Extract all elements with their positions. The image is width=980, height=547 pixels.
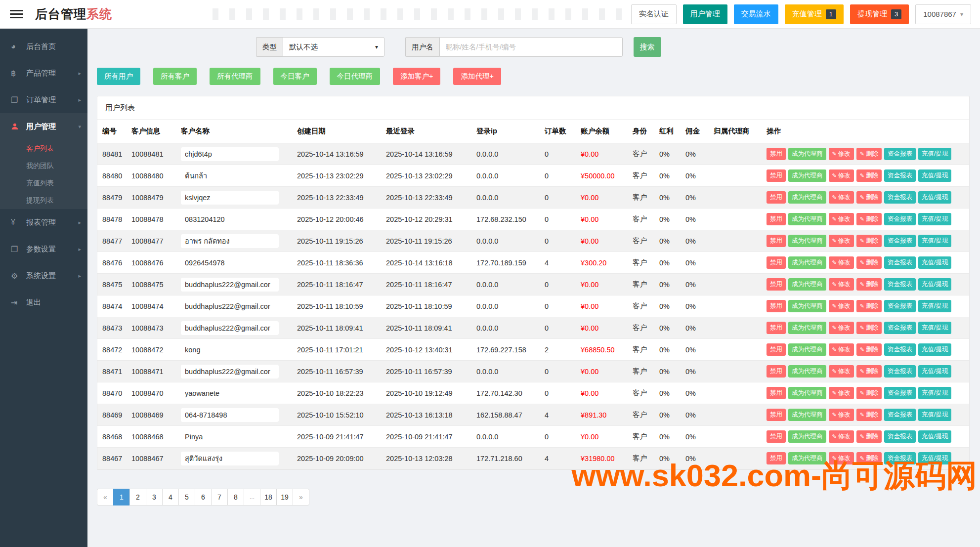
recharge-manage-button[interactable]: 充值管理1 xyxy=(785,4,844,24)
fund-report-button[interactable]: 资金报表 xyxy=(884,213,916,225)
sidebar-item-product[interactable]: ฿产品管理▸ xyxy=(0,60,87,86)
sidebar-subitem-recharge-list[interactable]: 充值列表 xyxy=(0,174,87,192)
delete-button[interactable]: ✎删除 xyxy=(856,235,882,247)
become-agent-button[interactable]: 成为代理商 xyxy=(788,409,826,421)
customer-name-input[interactable] xyxy=(181,343,279,357)
disable-button[interactable]: 禁用 xyxy=(767,191,786,204)
today-customers-button[interactable]: 今日客户 xyxy=(273,68,317,85)
disable-button[interactable]: 禁用 xyxy=(767,343,786,356)
sidebar-item-system[interactable]: ⚙系统设置▸ xyxy=(0,262,87,289)
become-agent-button[interactable]: 成为代理商 xyxy=(788,322,826,334)
become-agent-button[interactable]: 成为代理商 xyxy=(788,235,826,247)
realname-auth-button[interactable]: 实名认证 xyxy=(631,4,677,24)
fund-report-button[interactable]: 资金报表 xyxy=(884,452,916,464)
username-input[interactable] xyxy=(439,37,623,57)
disable-button[interactable]: 禁用 xyxy=(767,169,786,182)
delete-button[interactable]: ✎删除 xyxy=(856,213,882,225)
edit-button[interactable]: ✎修改 xyxy=(829,191,854,204)
edit-button[interactable]: ✎修改 xyxy=(829,409,854,421)
delete-button[interactable]: ✎删除 xyxy=(856,169,882,182)
disable-button[interactable]: 禁用 xyxy=(767,452,786,464)
customer-name-input[interactable] xyxy=(181,408,279,422)
page-ellipsis[interactable]: ... xyxy=(244,489,260,505)
account-dropdown[interactable]: 10087867▾ xyxy=(915,4,971,24)
fund-report-button[interactable]: 资金报表 xyxy=(884,256,916,269)
disable-button[interactable]: 禁用 xyxy=(767,256,786,269)
sidebar-item-report[interactable]: ¥报表管理▸ xyxy=(0,209,87,236)
recharge-withdraw-button[interactable]: 充值/提现 xyxy=(918,278,951,291)
sidebar-item-logout[interactable]: ⇥退出 xyxy=(0,289,87,316)
type-select[interactable]: 默认不选 ▾ xyxy=(283,37,384,57)
sidebar-subitem-my-team[interactable]: 我的团队 xyxy=(0,157,87,174)
become-agent-button[interactable]: 成为代理商 xyxy=(788,430,826,443)
disable-button[interactable]: 禁用 xyxy=(767,278,786,291)
customer-name-input[interactable] xyxy=(181,278,279,292)
fund-report-button[interactable]: 资金报表 xyxy=(884,365,916,378)
fund-report-button[interactable]: 资金报表 xyxy=(884,409,916,421)
recharge-withdraw-button[interactable]: 充值/提现 xyxy=(918,322,951,334)
recharge-withdraw-button[interactable]: 充值/提现 xyxy=(918,343,951,356)
page-button[interactable]: 8 xyxy=(227,489,244,505)
recharge-withdraw-button[interactable]: 充值/提现 xyxy=(918,430,951,443)
search-button[interactable]: 搜索 xyxy=(634,37,661,57)
page-prev[interactable]: « xyxy=(97,489,114,505)
fund-report-button[interactable]: 资金报表 xyxy=(884,278,916,291)
disable-button[interactable]: 禁用 xyxy=(767,213,786,225)
customer-name-input[interactable] xyxy=(181,299,279,313)
customer-name-input[interactable] xyxy=(181,191,279,205)
customer-name-input[interactable] xyxy=(181,452,279,465)
recharge-withdraw-button[interactable]: 充值/提现 xyxy=(918,387,951,399)
delete-button[interactable]: ✎删除 xyxy=(856,256,882,269)
recharge-withdraw-button[interactable]: 充值/提现 xyxy=(918,409,951,421)
delete-button[interactable]: ✎删除 xyxy=(856,322,882,334)
fund-report-button[interactable]: 资金报表 xyxy=(884,300,916,312)
delete-button[interactable]: ✎删除 xyxy=(856,278,882,291)
customer-name-input[interactable] xyxy=(181,234,279,248)
delete-button[interactable]: ✎删除 xyxy=(856,430,882,443)
edit-button[interactable]: ✎修改 xyxy=(829,322,854,334)
customer-name-input[interactable] xyxy=(181,212,279,226)
disable-button[interactable]: 禁用 xyxy=(767,300,786,312)
fund-report-button[interactable]: 资金报表 xyxy=(884,387,916,399)
edit-button[interactable]: ✎修改 xyxy=(829,387,854,399)
become-agent-button[interactable]: 成为代理商 xyxy=(788,256,826,269)
add-agent-button[interactable]: 添加代理+ xyxy=(453,68,501,85)
edit-button[interactable]: ✎修改 xyxy=(829,278,854,291)
recharge-withdraw-button[interactable]: 充值/提现 xyxy=(918,213,951,225)
delete-button[interactable]: ✎删除 xyxy=(856,343,882,356)
recharge-withdraw-button[interactable]: 充值/提现 xyxy=(918,191,951,204)
page-button[interactable]: 19 xyxy=(276,489,293,505)
disable-button[interactable]: 禁用 xyxy=(767,409,786,421)
all-customers-button[interactable]: 所有客户 xyxy=(153,68,197,85)
recharge-withdraw-button[interactable]: 充值/提现 xyxy=(918,452,951,464)
recharge-withdraw-button[interactable]: 充值/提现 xyxy=(918,148,951,160)
page-button[interactable]: 6 xyxy=(195,489,212,505)
disable-button[interactable]: 禁用 xyxy=(767,235,786,247)
trade-flow-button[interactable]: 交易流水 xyxy=(734,4,778,24)
delete-button[interactable]: ✎删除 xyxy=(856,452,882,464)
edit-button[interactable]: ✎修改 xyxy=(829,256,854,269)
customer-name-input[interactable] xyxy=(181,430,279,444)
menu-toggle-icon[interactable] xyxy=(10,8,23,20)
sidebar-subitem-withdraw-list[interactable]: 提现列表 xyxy=(0,192,87,209)
become-agent-button[interactable]: 成为代理商 xyxy=(788,365,826,378)
fund-report-button[interactable]: 资金报表 xyxy=(884,430,916,443)
become-agent-button[interactable]: 成为代理商 xyxy=(788,278,826,291)
become-agent-button[interactable]: 成为代理商 xyxy=(788,300,826,312)
disable-button[interactable]: 禁用 xyxy=(767,430,786,443)
become-agent-button[interactable]: 成为代理商 xyxy=(788,148,826,160)
today-agents-button[interactable]: 今日代理商 xyxy=(330,68,381,85)
fund-report-button[interactable]: 资金报表 xyxy=(884,343,916,356)
edit-button[interactable]: ✎修改 xyxy=(829,169,854,182)
customer-name-input[interactable] xyxy=(181,256,279,270)
edit-button[interactable]: ✎修改 xyxy=(829,365,854,378)
all-agents-button[interactable]: 所有代理商 xyxy=(210,68,260,85)
recharge-withdraw-button[interactable]: 充值/提现 xyxy=(918,256,951,269)
become-agent-button[interactable]: 成为代理商 xyxy=(788,213,826,225)
edit-button[interactable]: ✎修改 xyxy=(829,430,854,443)
delete-button[interactable]: ✎删除 xyxy=(856,191,882,204)
page-button[interactable]: 1 xyxy=(113,489,130,505)
customer-name-input[interactable] xyxy=(181,386,279,400)
customer-name-input[interactable] xyxy=(181,169,279,183)
page-button[interactable]: 2 xyxy=(129,489,146,505)
